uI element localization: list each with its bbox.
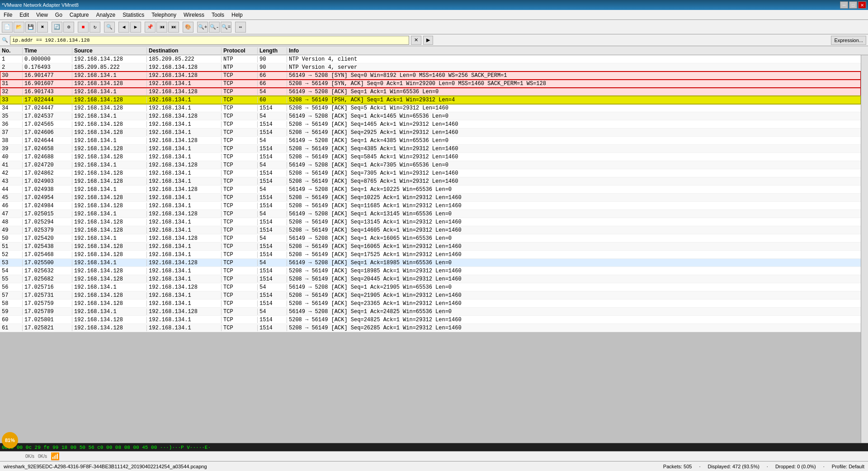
- col-header-protocol[interactable]: Protocol: [222, 48, 258, 54]
- table-row[interactable]: 47 17.025015 192.168.134.1 192.168.134.1…: [0, 210, 861, 218]
- table-row[interactable]: 34 17.024447 192.168.134.128 192.168.134…: [0, 104, 861, 112]
- table-row[interactable]: 49 17.025379 192.168.134.128 192.168.134…: [0, 226, 861, 234]
- tb-zoom-out[interactable]: 🔍-: [209, 22, 220, 33]
- cell-len: 1514: [258, 146, 287, 152]
- vertical-scrollbar[interactable]: [861, 55, 868, 443]
- menu-analyze[interactable]: Analyze: [93, 10, 119, 19]
- col-header-destination[interactable]: Destination: [147, 48, 222, 54]
- tb-capture-filter[interactable]: 🔍: [104, 22, 115, 33]
- cell-len: 60: [258, 97, 287, 103]
- table-row[interactable]: 35 17.024537 192.168.134.1 192.168.134.1…: [0, 112, 861, 120]
- tb-resize-columns[interactable]: ⇔: [235, 22, 246, 33]
- table-row[interactable]: 57 17.025731 192.168.134.128 192.168.134…: [0, 291, 861, 300]
- col-header-length[interactable]: Length: [258, 48, 287, 54]
- tb-go-first[interactable]: ⏮: [156, 22, 167, 33]
- tb-back[interactable]: ◀: [118, 22, 129, 33]
- table-row[interactable]: 45 17.024954 192.168.134.128 192.168.134…: [0, 194, 861, 202]
- col-header-no[interactable]: No.: [0, 48, 23, 54]
- menu-statistics[interactable]: Statistics: [119, 10, 148, 19]
- menu-capture[interactable]: Capture: [66, 10, 93, 19]
- cell-len: 90: [258, 56, 287, 62]
- table-row[interactable]: 59 17.025789 192.168.134.1 192.168.134.1…: [0, 308, 861, 316]
- tb-colorize[interactable]: 🎨: [183, 22, 193, 33]
- cell-src: 192.168.134.1: [72, 235, 147, 242]
- table-row[interactable]: 33 17.022444 192.168.134.128 192.168.134…: [0, 96, 861, 104]
- close-button[interactable]: ✕: [858, 1, 866, 9]
- table-row[interactable]: 36 17.024565 192.168.134.128 192.168.134…: [0, 120, 861, 128]
- table-row[interactable]: 2 0.176493 185.209.85.222 192.168.134.12…: [0, 63, 861, 71]
- col-header-info[interactable]: Info: [287, 48, 861, 54]
- tb-capture-options[interactable]: ⚙: [63, 22, 74, 33]
- table-row[interactable]: 38 17.024644 192.168.134.1 192.168.134.1…: [0, 137, 861, 145]
- table-row[interactable]: 50 17.025420 192.168.134.1 192.168.134.1…: [0, 234, 861, 243]
- table-row[interactable]: 58 17.025759 192.168.134.128 192.168.134…: [0, 300, 861, 308]
- table-row[interactable]: 55 17.025682 192.168.134.128 192.168.134…: [0, 275, 861, 283]
- table-row[interactable]: 61 17.025821 192.168.134.128 192.168.134…: [0, 324, 861, 332]
- cell-info: 5208 → 56149 [ACK] Seq=21905 Ack=1 Win=2…: [287, 292, 861, 299]
- minimize-button[interactable]: ─: [840, 1, 848, 9]
- cell-info: 56149 → 5208 [ACK] Seq=1 Ack=13145 Win=6…: [287, 211, 861, 217]
- tb-reload[interactable]: 🔄: [52, 22, 62, 33]
- tb-close[interactable]: ✖: [37, 22, 48, 33]
- tb-zoom-in[interactable]: 🔍+: [197, 22, 208, 33]
- cell-info: 5208 → 56149 [ACK] Seq=20445 Ack=1 Win=2…: [287, 276, 861, 282]
- table-row[interactable]: 44 17.024938 192.168.134.1 192.168.134.1…: [0, 186, 861, 194]
- expression-button[interactable]: Expression...: [831, 36, 866, 45]
- table-row[interactable]: 30 16.901477 192.168.134.1 192.168.134.1…: [0, 71, 861, 80]
- toolbar: 📄 📂 💾 ✖ 🔄 ⚙ ■ ↻ 🔍 ◀ ▶ 📌 ⏮ ⏭ 🎨 🔍+ 🔍- 🔍= ⇔: [0, 20, 868, 34]
- cell-info: 5208 → 56149 [ACK] Seq=16065 Ack=1 Win=2…: [287, 243, 861, 250]
- cell-dst: 192.168.134.128: [147, 162, 222, 168]
- filter-clear-button[interactable]: ✕: [411, 36, 421, 45]
- col-header-time[interactable]: Time: [23, 48, 72, 54]
- tb-go-to-packet[interactable]: 📌: [145, 22, 156, 33]
- table-row[interactable]: 46 17.024984 192.168.134.128 192.168.134…: [0, 202, 861, 210]
- table-row[interactable]: 56 17.025716 192.168.134.1 192.168.134.1…: [0, 283, 861, 291]
- tb-new-capture[interactable]: 📄: [2, 22, 13, 33]
- table-row[interactable]: 39 17.024658 192.168.134.128 192.168.134…: [0, 145, 861, 153]
- tb-zoom-reset[interactable]: 🔍=: [221, 22, 231, 33]
- cell-len: 54: [258, 260, 287, 266]
- cell-time: 17.025632: [23, 268, 72, 274]
- cell-dst: 192.168.134.128: [147, 72, 222, 79]
- filter-input[interactable]: [10, 36, 409, 45]
- cell-dst: 192.168.134.1: [147, 129, 222, 136]
- table-row[interactable]: 40 17.024688 192.168.134.128 192.168.134…: [0, 153, 861, 161]
- table-row[interactable]: 48 17.025294 192.168.134.128 192.168.134…: [0, 218, 861, 226]
- menu-view[interactable]: View: [33, 10, 52, 19]
- tb-go-last[interactable]: ⏭: [168, 22, 179, 33]
- table-row[interactable]: 42 17.024862 192.168.134.128 192.168.134…: [0, 169, 861, 177]
- col-header-source[interactable]: Source: [72, 48, 147, 54]
- table-row[interactable]: 37 17.024606 192.168.134.128 192.168.134…: [0, 128, 861, 137]
- cell-dst: 192.168.134.128: [147, 284, 222, 290]
- tb-restart[interactable]: ↻: [90, 22, 100, 33]
- cell-len: 54: [258, 235, 287, 242]
- tb-forward[interactable]: ▶: [130, 22, 141, 33]
- table-row[interactable]: 31 16.901607 192.168.134.128 192.168.134…: [0, 80, 861, 88]
- tb-open[interactable]: 📂: [14, 22, 24, 33]
- tb-save[interactable]: 💾: [25, 22, 36, 33]
- table-row[interactable]: 54 17.025632 192.168.134.128 192.168.134…: [0, 267, 861, 275]
- cell-dst: 192.168.134.1: [147, 252, 222, 258]
- maximize-button[interactable]: □: [849, 1, 857, 9]
- menu-go[interactable]: Go: [52, 10, 66, 19]
- table-row[interactable]: 52 17.025468 192.168.134.128 192.168.134…: [0, 251, 861, 259]
- cell-time: 17.024565: [23, 121, 72, 128]
- table-row[interactable]: 1 0.000000 192.168.134.128 185.209.85.22…: [0, 55, 861, 63]
- table-row[interactable]: 32 16.901743 192.168.134.1 192.168.134.1…: [0, 88, 861, 96]
- cell-info: 5208 → 56149 [ACK] Seq=1465 Ack=1 Win=29…: [287, 121, 861, 128]
- table-row[interactable]: 51 17.025438 192.168.134.128 192.168.134…: [0, 243, 861, 251]
- cell-time: 17.025682: [23, 276, 72, 282]
- table-row[interactable]: 60 17.025801 192.168.134.128 192.168.134…: [0, 316, 861, 324]
- menu-wireless[interactable]: Wireless: [180, 10, 208, 19]
- menu-tools[interactable]: Tools: [208, 10, 228, 19]
- menu-help[interactable]: Help: [228, 10, 246, 19]
- menu-telephony[interactable]: Telephony: [148, 10, 180, 19]
- filter-apply-button[interactable]: ▶: [423, 36, 433, 45]
- table-row[interactable]: 53 17.025500 192.168.134.1 192.168.134.1…: [0, 259, 861, 267]
- tb-stop[interactable]: ■: [78, 22, 89, 33]
- table-row[interactable]: 43 17.024903 192.168.134.128 192.168.134…: [0, 177, 861, 186]
- menu-edit[interactable]: Edit: [16, 10, 33, 19]
- packet-table[interactable]: 1 0.000000 192.168.134.128 185.209.85.22…: [0, 55, 861, 443]
- menu-file[interactable]: File: [0, 10, 16, 19]
- table-row[interactable]: 41 17.024720 192.168.134.1 192.168.134.1…: [0, 161, 861, 169]
